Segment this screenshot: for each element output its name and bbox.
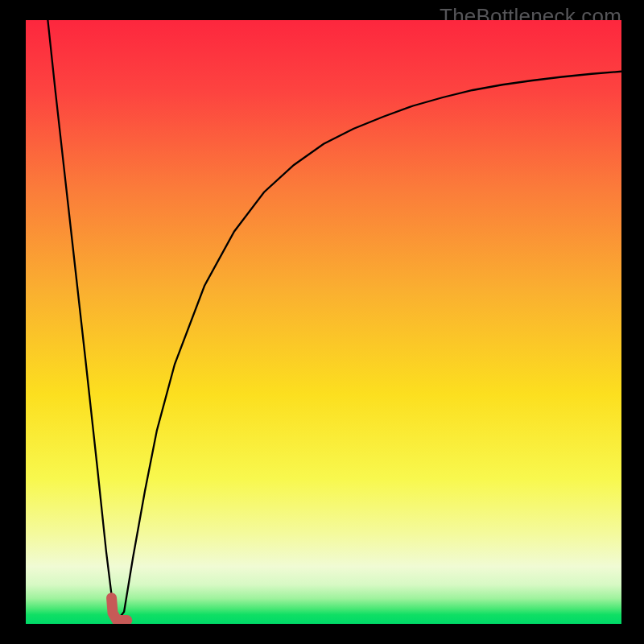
plot-area bbox=[26, 20, 621, 624]
chart-svg bbox=[26, 20, 621, 624]
chart-container: TheBottleneck.com bbox=[0, 0, 644, 644]
gradient-background bbox=[26, 20, 621, 624]
